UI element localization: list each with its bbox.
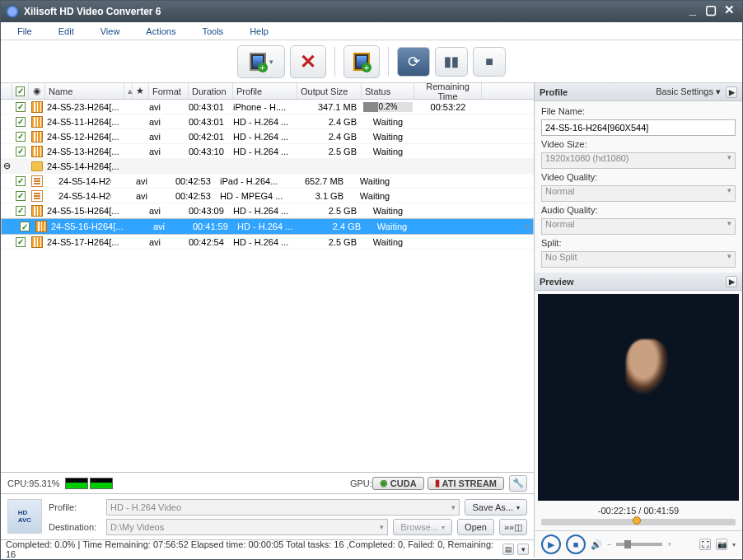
col-remaining[interactable]: Remaining Time (414, 83, 482, 99)
add-profile-button[interactable]: + (343, 45, 380, 78)
video-quality-select[interactable]: Normal (541, 185, 736, 202)
table-row[interactable]: ✓24-S5-15-H264[...avi00:43:09HD - H.264 … (1, 203, 534, 218)
table-row[interactable]: ✓24-S5-14-H264[...avi00:42:53iPad - H.26… (1, 174, 534, 189)
file-type-icon (29, 236, 45, 248)
table-row[interactable]: ✓24-S5-16-H264[...avi00:41:59HD - H.264 … (1, 218, 534, 235)
table-row[interactable]: ✓24-S5-17-H264[...avi00:42:54HD - H.264 … (1, 235, 534, 250)
ati-stream-badge[interactable]: ▮ATI STREAM (428, 477, 504, 490)
menu-actions[interactable]: Actions (139, 24, 195, 39)
snapshot-button[interactable]: 📷 (716, 539, 727, 550)
remove-button[interactable]: ✕ (290, 45, 326, 78)
row-name: 24-S5-23-H264[... (45, 102, 124, 112)
row-duration: 00:41:59 (193, 222, 237, 231)
volume-icon[interactable]: 🔊 (591, 539, 602, 550)
col-duration[interactable]: Duration (189, 83, 233, 99)
file-name-input[interactable] (541, 119, 736, 136)
maximize-button[interactable]: ▢ (703, 4, 719, 19)
open-button[interactable]: Open (457, 519, 494, 535)
row-checkbox[interactable]: ✓ (16, 117, 26, 127)
expand-toggle[interactable]: ⊖ (1, 161, 12, 171)
minimize-button[interactable]: _ (685, 4, 701, 19)
file-type-icon (29, 146, 45, 157)
row-checkbox[interactable]: ✓ (16, 191, 26, 201)
profile-panel: File Name: Video Size: 1920x1080 (hd1080… (535, 101, 742, 273)
destination-label: Destination: (49, 522, 101, 532)
row-duration: 00:42:01 (189, 132, 233, 142)
file-type-icon (29, 190, 45, 202)
col-output-size[interactable]: Output Size (297, 83, 362, 99)
menu-edit[interactable]: Edit (52, 24, 94, 39)
row-status: Waiting (362, 132, 414, 142)
row-checkbox[interactable]: ✓ (16, 206, 26, 216)
save-as-button[interactable]: Save As...▾ (465, 499, 527, 516)
basic-settings-dropdown[interactable]: Basic Settings ▾ (656, 86, 721, 97)
video-size-label: Video Size: (541, 139, 736, 149)
row-status: Waiting (362, 147, 414, 156)
log-button[interactable]: ▤ (502, 544, 514, 555)
split-label: Split: (541, 238, 736, 248)
table-row[interactable]: ✓24-S5-11-H264[...avi00:43:01HD - H.264 … (1, 114, 534, 129)
cuda-badge[interactable]: ◉CUDA (372, 477, 424, 490)
row-name: 24-S5-12-H264[... (45, 132, 124, 142)
table-row[interactable]: ✓24-S5-12-H264[...avi00:42:01HD - H.264 … (1, 129, 534, 144)
menu-file[interactable]: File (11, 24, 52, 39)
row-duration: 00:42:54 (189, 237, 233, 247)
convert-button[interactable]: ⟳ (397, 47, 430, 77)
close-button[interactable]: ✕ (721, 4, 737, 19)
row-size: 652.7 MB (284, 176, 348, 186)
stop-preview-button[interactable]: ■ (566, 534, 586, 554)
collapse-status-button[interactable]: ▾ (517, 544, 529, 555)
profile-expand-button[interactable]: ▶ (726, 86, 737, 98)
col-status[interactable]: Status (362, 83, 414, 99)
row-checkbox[interactable]: ✓ (16, 176, 26, 186)
add-file-button[interactable]: +▾ (237, 45, 285, 78)
file-type-icon (29, 175, 45, 187)
preview-video[interactable] (538, 294, 739, 501)
profile-combo[interactable]: HD - H.264 Video (106, 499, 460, 516)
gpu-settings-button[interactable]: 🔧 (509, 475, 527, 492)
table-row[interactable]: ✓24-S5-13-H264[...avi00:43:10HD - H.264 … (1, 144, 534, 159)
file-type-icon (29, 116, 45, 128)
seek-slider[interactable] (541, 519, 736, 525)
split-select[interactable]: No Split (541, 251, 736, 268)
titlebar[interactable]: Xilisoft HD Video Converter 6 _ ▢ ✕ (1, 1, 742, 22)
preview-time: -00:22:15 / 00:41:59 (535, 504, 742, 517)
row-profile: HD - H.264 ... (233, 237, 297, 247)
row-checkbox[interactable]: ✓ (16, 102, 26, 112)
row-checkbox[interactable]: ✓ (20, 222, 30, 231)
row-checkbox[interactable]: ✓ (16, 147, 26, 156)
task-list[interactable]: ✓ ◉ Name ▴ ★ Format Duration Profile Out… (1, 83, 534, 472)
video-size-select[interactable]: 1920x1080 (hd1080) (541, 152, 736, 169)
fullscreen-button[interactable]: ⛶ (699, 539, 711, 550)
audio-quality-select[interactable]: Normal (541, 218, 736, 235)
menu-tools[interactable]: Tools (195, 24, 243, 39)
row-name: 24-S5-11-H264[... (45, 117, 124, 127)
row-profile: HD - H.264 ... (233, 117, 297, 127)
preview-expand-button[interactable]: ▶ (726, 276, 737, 287)
browse-button[interactable]: Browse...▾ (393, 519, 452, 535)
preview-controls: ▶ ■ 🔊 − + ⛶ 📷 ▾ (535, 530, 742, 558)
table-row[interactable]: ⊖24-S5-14-H264[... (1, 159, 534, 174)
volume-slider[interactable] (616, 543, 662, 546)
pause-button[interactable]: ▮▮ (435, 47, 468, 77)
play-button[interactable]: ▶ (541, 534, 561, 554)
window-title: Xilisoft HD Video Converter 6 (24, 6, 683, 17)
table-row[interactable]: ✓24-S5-14-H264[...avi00:42:53HD - MPEG4 … (1, 189, 534, 203)
col-profile[interactable]: Profile (233, 83, 297, 99)
col-name[interactable]: Name (45, 83, 124, 99)
table-row[interactable]: ✓24-S5-23-H264[...avi00:43:01iPhone - H.… (1, 100, 534, 114)
row-status: Waiting (362, 117, 414, 127)
destination-combo[interactable]: D:\My Videos (106, 519, 388, 535)
row-size: 2.5 GB (297, 206, 362, 216)
menu-view[interactable]: View (94, 24, 140, 39)
row-checkbox[interactable]: ✓ (16, 132, 26, 142)
row-duration: 00:42:53 (175, 191, 220, 201)
col-star[interactable]: ★ (133, 83, 149, 99)
stop-button[interactable]: ■ (473, 47, 506, 77)
toolbar: +▾ ✕ + ⟳ ▮▮ ■ (1, 40, 742, 83)
row-checkbox[interactable]: ✓ (16, 237, 26, 247)
col-format[interactable]: Format (149, 83, 189, 99)
export-button[interactable]: »»◫ (499, 519, 527, 535)
menu-help[interactable]: Help (243, 24, 288, 39)
select-all-checkbox[interactable]: ✓ (16, 86, 25, 96)
